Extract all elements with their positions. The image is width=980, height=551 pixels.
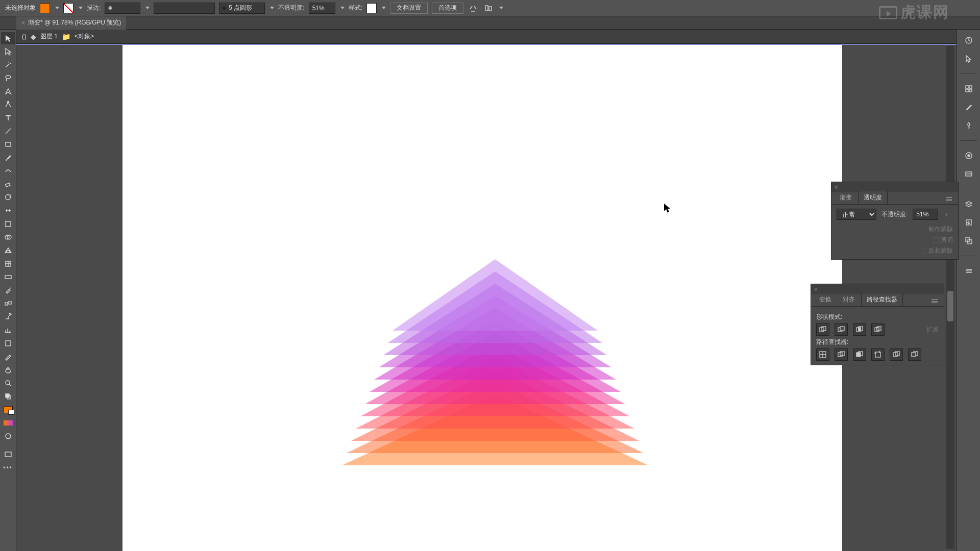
back-icon[interactable]: ⟨⟩ [21, 33, 27, 41]
close-icon[interactable]: × [835, 184, 838, 190]
gradient-preview[interactable] [1, 417, 15, 429]
chevron-down-icon[interactable] [145, 7, 150, 9]
perspective-tool[interactable] [1, 244, 15, 257]
eyedropper-tool[interactable] [1, 284, 15, 296]
gradient-stack-art [342, 259, 648, 412]
panel-titlebar[interactable]: × [831, 182, 958, 192]
shape-builder-tool[interactable] [1, 231, 15, 243]
rotate-tool[interactable] [1, 191, 15, 204]
style-swatch[interactable] [366, 3, 377, 13]
zoom-tool[interactable] [1, 377, 15, 389]
tab-pathfinder[interactable]: 路径查找器 [861, 293, 903, 306]
minus-back-button[interactable] [908, 348, 921, 361]
curvature-tool[interactable] [1, 98, 15, 111]
direct-selection-tool[interactable] [1, 45, 15, 58]
blend-mode-select[interactable]: 正常 [837, 209, 876, 220]
divide-button[interactable] [816, 348, 829, 361]
chevron-down-icon[interactable] [340, 7, 345, 9]
pen-tool[interactable] [1, 85, 15, 97]
cursor-icon[interactable] [963, 53, 974, 64]
more-tools[interactable]: ••• [1, 462, 15, 474]
artboard[interactable] [122, 45, 842, 551]
panel-menu-icon[interactable] [943, 194, 955, 204]
free-transform-tool[interactable] [1, 218, 15, 230]
minus-front-button[interactable] [835, 323, 848, 336]
line-tool[interactable] [1, 125, 15, 137]
eraser-tool[interactable] [1, 178, 15, 190]
breadcrumb-layer[interactable]: 图层 1 [40, 32, 58, 41]
prefs-button[interactable]: 首选项 [432, 3, 463, 14]
align-icon[interactable] [483, 3, 494, 14]
change-screen-icon[interactable] [1, 448, 15, 461]
toggle-fill-stroke[interactable] [1, 390, 15, 403]
chevron-right-icon[interactable]: › [945, 211, 947, 218]
mesh-tool[interactable] [1, 258, 15, 270]
chevron-down-icon[interactable] [382, 7, 386, 9]
selection-tool[interactable] [1, 32, 15, 44]
tab-transform[interactable]: 变换 [814, 293, 837, 306]
stroke-width-profile[interactable] [154, 3, 215, 14]
width-tool[interactable] [1, 205, 15, 217]
screen-mode-toggle[interactable] [1, 430, 15, 442]
fill-stroke-swatches[interactable] [1, 404, 15, 416]
swatches-icon[interactable] [963, 83, 974, 94]
chevron-down-icon[interactable] [499, 7, 503, 9]
chevron-down-icon[interactable] [270, 7, 274, 9]
symbol-sprayer-tool[interactable] [1, 311, 15, 323]
opacity-field[interactable]: 51% [309, 3, 335, 14]
outline-button[interactable] [890, 348, 903, 361]
intersect-button[interactable] [853, 323, 866, 336]
rectangle-tool[interactable] [1, 138, 15, 151]
properties-icon[interactable] [963, 35, 974, 46]
asset-export-icon[interactable] [963, 217, 974, 228]
transparency-panel[interactable]: × 渐变 透明度 正常 不透明度: 51% › 制作蒙版 剪切 反相蒙版 [831, 182, 959, 260]
stroke-weight-field[interactable] [105, 3, 140, 14]
pathfinder-panel[interactable]: × 变换 对齐 路径查找器 形状模式: 扩展 路径查找器: [811, 284, 944, 365]
document-tab[interactable]: × 渐变* @ 91.78% (RGB/GPU 预览) [16, 16, 126, 30]
stroke-swatch[interactable] [63, 3, 74, 13]
layers-icon[interactable]: ◆ [31, 33, 36, 41]
lasso-tool[interactable] [1, 72, 15, 84]
color-guide-icon[interactable] [963, 168, 974, 180]
layers-icon[interactable] [963, 198, 974, 210]
panel-menu-icon[interactable] [928, 296, 941, 306]
svg-point-16 [6, 381, 10, 385]
chevron-down-icon[interactable] [79, 7, 83, 9]
brush-profile[interactable]: 5 点圆形 [219, 3, 265, 14]
color-icon[interactable] [963, 150, 974, 161]
tab-align[interactable]: 对齐 [838, 293, 860, 306]
svg-rect-25 [969, 89, 972, 92]
artboards-icon[interactable] [963, 235, 974, 246]
unite-button[interactable] [816, 323, 829, 336]
paintbrush-tool[interactable] [1, 152, 15, 164]
gradient-tool[interactable] [1, 271, 15, 283]
brushes-icon[interactable] [963, 102, 974, 113]
hand-tool[interactable] [1, 364, 15, 376]
artboard-tool[interactable] [1, 337, 15, 349]
doc-setup-button[interactable]: 文档设置 [390, 3, 428, 14]
slice-tool[interactable] [1, 350, 15, 363]
stroke-panel-icon[interactable] [963, 265, 974, 277]
trim-button[interactable] [835, 348, 848, 361]
watermark: 虎课网 [879, 2, 949, 23]
opacity-field[interactable]: 51% [913, 209, 938, 220]
merge-button[interactable] [853, 348, 866, 361]
crop-button[interactable] [871, 348, 885, 361]
type-tool[interactable] [1, 112, 15, 124]
column-graph-tool[interactable] [1, 324, 15, 336]
vertical-scrollbar[interactable] [946, 46, 954, 549]
chevron-down-icon[interactable] [55, 7, 59, 9]
tab-gradient[interactable]: 渐变 [835, 191, 857, 204]
breadcrumb-object[interactable]: <对象> [75, 32, 94, 41]
fill-swatch[interactable] [40, 3, 50, 13]
magic-wand-tool[interactable] [1, 59, 15, 71]
blend-tool[interactable] [1, 297, 15, 310]
shaper-tool[interactable] [1, 165, 15, 177]
close-icon[interactable]: × [814, 286, 817, 292]
scrollbar-thumb[interactable] [947, 291, 953, 321]
isolate-icon[interactable] [468, 3, 479, 14]
tab-transparency[interactable]: 透明度 [858, 191, 888, 204]
symbols-icon[interactable] [963, 120, 974, 131]
close-icon[interactable]: × [21, 19, 25, 27]
exclude-button[interactable] [871, 323, 885, 336]
